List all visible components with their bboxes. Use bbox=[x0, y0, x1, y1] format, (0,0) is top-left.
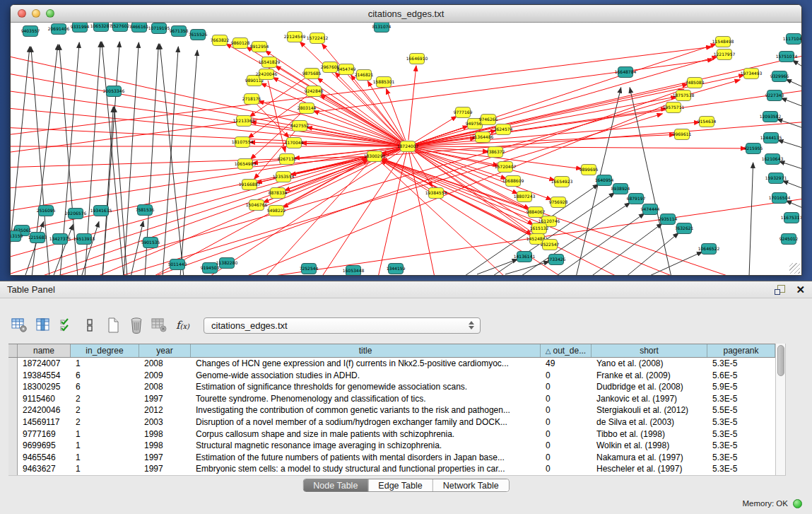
graph-node[interactable]: 15720407 bbox=[495, 162, 517, 173]
cell-name[interactable]: 9115460 bbox=[18, 393, 71, 405]
graph-node[interactable]: 12444135 bbox=[760, 133, 782, 144]
table-row[interactable]: 1872400712008Changes of HCN gene express… bbox=[8, 358, 786, 370]
graph-node[interactable]: 8938924 bbox=[611, 184, 630, 194]
graph-edge[interactable] bbox=[81, 222, 99, 275]
cell-name[interactable]: 9699695 bbox=[18, 440, 71, 452]
graph-node[interactable]: 5498222 bbox=[267, 206, 286, 216]
graph-node[interactable]: 19384554 bbox=[425, 188, 447, 199]
graph-node[interactable]: 19341635 bbox=[90, 206, 112, 216]
graph-node[interactable]: 2146821 bbox=[355, 70, 374, 81]
graph-node[interactable]: 1615132 bbox=[530, 223, 549, 234]
graph-node[interactable]: 2935114 bbox=[659, 214, 678, 225]
graph-edge[interactable] bbox=[786, 201, 801, 211]
column-visibility-icon[interactable] bbox=[33, 315, 52, 336]
cell-name[interactable]: 14569117 bbox=[18, 416, 71, 428]
cell-name[interactable]: 18300295 bbox=[18, 381, 71, 393]
graph-node[interactable]: 14513918 bbox=[73, 234, 95, 245]
graph-edge[interactable] bbox=[413, 150, 534, 225]
graph-edge[interactable] bbox=[131, 221, 143, 275]
cell-out_degree[interactable]: 0 bbox=[541, 404, 592, 416]
graph-edge[interactable] bbox=[11, 156, 375, 189]
graph-node[interactable]: 10646522 bbox=[698, 244, 720, 255]
graph-edge[interactable] bbox=[124, 42, 139, 275]
graph-node[interactable]: 9777169 bbox=[454, 107, 473, 118]
graph-node[interactable]: 19575711 bbox=[663, 103, 685, 113]
graph-node[interactable]: 18107554 bbox=[232, 137, 254, 148]
cell-short[interactable]: Franke et al. (2009) bbox=[592, 370, 707, 382]
table-selector-dropdown[interactable]: citations_edges.txt bbox=[204, 317, 481, 334]
cell-in_degree[interactable]: 6 bbox=[71, 370, 139, 382]
graph-node[interactable]: 8131074 bbox=[372, 23, 392, 33]
table-row[interactable]: 1830029562008Estimation of significance … bbox=[8, 381, 786, 393]
float-panel-icon[interactable] bbox=[775, 285, 786, 295]
graph-node[interactable]: 7663822 bbox=[211, 35, 230, 46]
cell-out_degree[interactable]: 0 bbox=[541, 428, 592, 440]
cell-in_degree[interactable]: 2 bbox=[71, 404, 139, 416]
cell-out_degree[interactable]: 0 bbox=[541, 370, 592, 382]
column-header-pagerank[interactable]: pagerank bbox=[707, 344, 775, 357]
graph-node[interactable]: 19734493 bbox=[741, 69, 763, 79]
cell-year[interactable]: 2008 bbox=[139, 381, 191, 393]
graph-node[interactable]: 13427376 bbox=[49, 234, 71, 245]
graph-node[interactable]: 11548498 bbox=[712, 37, 734, 47]
graph-node[interactable]: 7386372 bbox=[486, 147, 505, 158]
graph-node[interactable]: 7252544 bbox=[300, 264, 319, 274]
graph-node[interactable]: 10688609 bbox=[502, 176, 524, 187]
cell-name[interactable]: 9465546 bbox=[18, 452, 71, 464]
graph-node[interactable]: 15046766 bbox=[246, 200, 268, 211]
graph-node[interactable]: 7485083 bbox=[686, 78, 705, 88]
cell-in_degree[interactable]: 2 bbox=[71, 416, 139, 428]
cell-title[interactable]: Disruption of a novel member of a sodium… bbox=[191, 416, 541, 428]
graph-node[interactable]: 8912954 bbox=[250, 42, 269, 52]
cell-pagerank[interactable]: 5.5E-5 bbox=[707, 404, 775, 416]
graph-node[interactable]: 20691406 bbox=[48, 24, 70, 35]
cell-year[interactable]: 2003 bbox=[139, 416, 191, 428]
graph-node[interactable]: 14136141 bbox=[514, 252, 536, 262]
table-row[interactable]: 2242004622012Investigating the contribut… bbox=[8, 404, 786, 416]
cell-year[interactable]: 1998 bbox=[139, 440, 191, 452]
graph-node[interactable]: 19166887 bbox=[239, 180, 261, 190]
graph-node[interactable]: 7632621 bbox=[675, 223, 694, 234]
graph-node[interactable]: 15885301 bbox=[373, 77, 395, 88]
graph-node[interactable]: 10654983 bbox=[235, 159, 257, 170]
graph-node[interactable]: 9242848 bbox=[305, 86, 324, 97]
graph-node[interactable]: 9969611 bbox=[673, 129, 692, 140]
cell-year[interactable]: 2009 bbox=[139, 370, 191, 382]
graph-node[interactable]: 15932971 bbox=[765, 173, 787, 184]
graph-node[interactable]: 6879197 bbox=[627, 194, 646, 204]
graph-node[interactable]: 7615526 bbox=[189, 30, 208, 40]
table-row[interactable]: 977716911998Corpus callosum shape and si… bbox=[8, 428, 786, 440]
cell-year[interactable]: 1998 bbox=[139, 428, 191, 440]
graph-node[interactable]: 10653287 bbox=[90, 23, 112, 32]
column-header-in_degree[interactable]: in_degree bbox=[71, 344, 139, 357]
cell-in_degree[interactable]: 2 bbox=[71, 393, 139, 405]
graph-node[interactable]: 1344159 bbox=[387, 264, 406, 274]
cell-in_degree[interactable]: 1 bbox=[71, 428, 139, 440]
cell-out_degree[interactable]: 0 bbox=[541, 452, 592, 464]
graph-edge[interactable] bbox=[630, 88, 671, 275]
graph-node[interactable]: 12217957 bbox=[714, 49, 736, 60]
graph-edge[interactable] bbox=[11, 156, 375, 168]
column-header-out_degree[interactable]: △out_de... bbox=[541, 344, 592, 357]
graph-node[interactable]: 15751074 bbox=[776, 52, 798, 62]
graph-node[interactable]: 16541829 bbox=[259, 57, 281, 68]
graph-edge[interactable] bbox=[414, 146, 746, 148]
graph-edge[interactable] bbox=[408, 66, 416, 140]
graph-edge[interactable] bbox=[792, 60, 801, 71]
graph-edge[interactable] bbox=[375, 122, 801, 156]
graph-node[interactable]: 9860128 bbox=[231, 38, 250, 49]
graph-node[interactable]: 18300295 bbox=[364, 151, 386, 162]
table-row[interactable]: 946362711997Embryonic stem cells: a mode… bbox=[8, 463, 786, 475]
cell-year[interactable]: 1997 bbox=[139, 463, 191, 475]
cell-name[interactable]: 9777169 bbox=[18, 428, 71, 440]
cell-short[interactable]: Jankovic et al. (1997) bbox=[592, 393, 707, 405]
graph-edge[interactable] bbox=[152, 156, 375, 275]
column-header-title[interactable]: title bbox=[191, 344, 541, 357]
graph-edge[interactable] bbox=[180, 50, 197, 275]
column-header-year[interactable]: year bbox=[139, 344, 191, 357]
graph-node[interactable]: 8267130 bbox=[278, 154, 297, 165]
window-titlebar[interactable]: citations_edges.txt bbox=[11, 5, 801, 23]
cell-pagerank[interactable]: 5.3E-5 bbox=[707, 393, 775, 405]
graph-node[interactable]: 20053346 bbox=[103, 86, 125, 97]
cell-title[interactable]: Structural magnetic resonance image aver… bbox=[191, 440, 541, 452]
